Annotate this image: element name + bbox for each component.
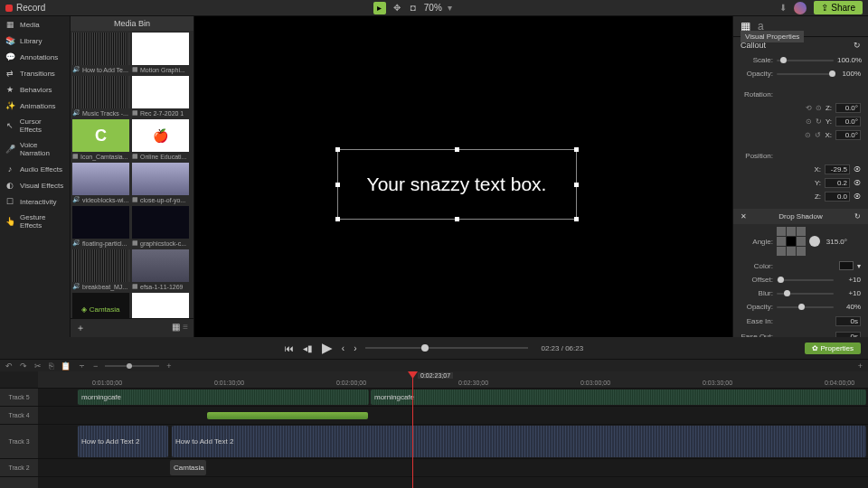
resize-handle[interactable] xyxy=(335,147,340,152)
reset-icon[interactable]: ↻ xyxy=(854,41,861,50)
resize-handle[interactable] xyxy=(335,183,340,187)
prev-clip-icon[interactable]: ⏮ xyxy=(285,343,294,353)
media-item[interactable]: ▦efsa-1-11-1269 xyxy=(132,249,189,291)
list-view-icon[interactable]: ≡ xyxy=(183,322,188,332)
cursor-tool-icon[interactable]: ▸ xyxy=(373,2,386,14)
rotation-z-input[interactable] xyxy=(835,103,861,113)
step-back-icon[interactable]: ◂▮ xyxy=(303,343,313,353)
easein-input[interactable] xyxy=(835,316,861,326)
callout-text[interactable]: Your snazzy text box. xyxy=(367,174,547,195)
track-body[interactable] xyxy=(38,477,868,488)
media-item[interactable]: ▦close-up-of-yo... xyxy=(132,163,189,204)
cut-icon[interactable]: ✂ xyxy=(34,361,42,371)
zoom-dropdown-icon[interactable]: ▾ xyxy=(448,3,452,13)
resize-handle[interactable] xyxy=(455,147,459,152)
text-callout[interactable]: Your snazzy text box. xyxy=(337,149,577,220)
split-icon[interactable]: ⫟ xyxy=(78,361,86,371)
timeline-clip[interactable]: How to Add Text 2 xyxy=(78,426,168,457)
nav-behaviors[interactable]: ★Behaviors xyxy=(0,81,70,98)
nav-gesture-effects[interactable]: 👆Gesture Effects xyxy=(0,210,70,233)
nav-annotations[interactable]: 💬Annotations xyxy=(0,49,70,65)
dropdown-icon[interactable]: ▾ xyxy=(857,262,861,270)
nav-library[interactable]: 📚Library xyxy=(0,33,70,49)
media-item[interactable]: 🔊How to Add Te... xyxy=(72,33,129,74)
resize-handle[interactable] xyxy=(455,217,459,221)
offset-slider[interactable] xyxy=(777,279,834,281)
play-icon[interactable]: ▶ xyxy=(322,340,333,356)
next-frame-icon[interactable]: › xyxy=(354,343,356,353)
copy-icon[interactable]: ⎘ xyxy=(49,361,53,371)
timeline-clip[interactable]: How to Add Text 2 xyxy=(172,426,866,457)
position-y-input[interactable] xyxy=(825,178,850,188)
position-z-input[interactable] xyxy=(825,192,850,202)
blur-slider[interactable] xyxy=(777,293,834,295)
track-header[interactable]: Track 3 xyxy=(0,425,38,458)
media-item[interactable]: ▦Rec 2-7-2020 2 xyxy=(132,293,189,318)
media-item[interactable]: ▦Rec 2-7-2020 1 xyxy=(132,76,189,117)
avatar[interactable] xyxy=(794,2,807,14)
resize-handle[interactable] xyxy=(335,217,340,221)
media-item[interactable]: 🔊breakbeat_MJ... xyxy=(72,249,129,291)
nav-audio-effects[interactable]: ♪Audio Effects xyxy=(0,161,70,177)
timeline-clip[interactable]: morningcafe xyxy=(78,389,369,405)
drop-shadow-section[interactable]: ✕ Drop Shadow ↻ xyxy=(733,209,868,224)
track-header[interactable]: Track 5 xyxy=(0,389,38,406)
rotate-z-icon[interactable]: ⟲ xyxy=(806,104,812,112)
opacity-slider[interactable] xyxy=(777,73,834,75)
playback-scrubber[interactable] xyxy=(365,347,528,349)
track-header[interactable] xyxy=(0,477,38,488)
nav-media[interactable]: ▦Media xyxy=(0,16,70,33)
prev-frame-icon[interactable]: ‹ xyxy=(342,343,344,353)
media-item[interactable]: 🔊floating-particl... xyxy=(72,206,129,248)
media-item[interactable]: C▦Icon_Camtasia... xyxy=(72,119,129,161)
nav-interactivity[interactable]: ☐Interactivity xyxy=(0,193,70,210)
crop-tool-icon[interactable]: ◘ xyxy=(408,3,419,14)
rotation-y-input[interactable] xyxy=(835,117,861,127)
zoom-in-icon[interactable]: + xyxy=(166,361,171,371)
stepper-icon[interactable]: ⦿ xyxy=(854,179,861,187)
timeline-clip[interactable]: morningcafe xyxy=(371,389,866,405)
zoom-slider[interactable] xyxy=(105,365,159,367)
scale-slider[interactable] xyxy=(777,60,834,61)
media-item[interactable]: ▦Motion Graphi... xyxy=(132,33,189,74)
record-label[interactable]: Record xyxy=(16,3,45,13)
zoom-level[interactable]: 70% xyxy=(424,3,442,13)
nav-visual-effects[interactable]: ◐Visual Effects xyxy=(0,177,70,193)
media-item[interactable]: ◈ Camtasia▦Logo_Hrz_Ca... xyxy=(72,293,129,318)
media-item[interactable]: 🔊Music Tracks -... xyxy=(72,76,129,117)
rotate-y-icon[interactable]: ⊙ xyxy=(806,117,812,126)
download-icon[interactable]: ⬇ xyxy=(779,3,787,13)
track-header[interactable]: Track 4 xyxy=(0,407,38,424)
nav-voice-narration[interactable]: 🎤Voice Narration xyxy=(0,137,70,161)
shadow-opacity-slider[interactable] xyxy=(777,306,834,308)
track-body[interactable] xyxy=(38,407,868,424)
track-body[interactable]: How to Add Text 2How to Add Text 2 xyxy=(38,425,868,458)
stepper-icon[interactable]: ⦿ xyxy=(854,165,861,174)
share-button[interactable]: ⇪ Share xyxy=(814,1,863,14)
timeline-clip[interactable]: Camtasia xyxy=(170,460,206,475)
canvas-area[interactable]: Your snazzy text box. xyxy=(194,16,732,337)
resize-handle[interactable] xyxy=(574,217,579,221)
stepper-icon[interactable]: ⦿ xyxy=(854,192,861,201)
resize-handle[interactable] xyxy=(574,183,579,187)
close-section-icon[interactable]: ✕ xyxy=(741,212,747,221)
add-media-icon[interactable]: ＋ xyxy=(76,322,85,334)
canvas[interactable]: Your snazzy text box. xyxy=(202,23,726,331)
properties-button[interactable]: ✿Properties xyxy=(805,343,861,354)
playhead[interactable] xyxy=(412,371,413,488)
reset-icon[interactable]: ↻ xyxy=(854,212,861,221)
timeline-clip[interactable] xyxy=(207,412,368,419)
rotation-x-input[interactable] xyxy=(835,130,861,140)
media-item[interactable]: ▦graphicstock-c... xyxy=(132,206,189,248)
zoom-out-icon[interactable]: − xyxy=(93,361,98,371)
paste-icon[interactable]: 📋 xyxy=(61,361,71,371)
position-x-input[interactable] xyxy=(825,164,850,174)
nav-animations[interactable]: ✨Animations xyxy=(0,98,70,114)
track-body[interactable]: Camtasia xyxy=(38,459,868,476)
redo-icon[interactable]: ↷ xyxy=(20,361,27,371)
media-item[interactable]: 🔊videoblocks-wi... xyxy=(72,163,129,204)
nav-cursor-effects[interactable]: ↖Cursor Effects xyxy=(0,114,70,137)
hand-tool-icon[interactable]: ✥ xyxy=(392,3,402,14)
rotate-x-icon[interactable]: ⊙ xyxy=(805,131,811,139)
add-track-icon[interactable]: + xyxy=(858,361,863,371)
